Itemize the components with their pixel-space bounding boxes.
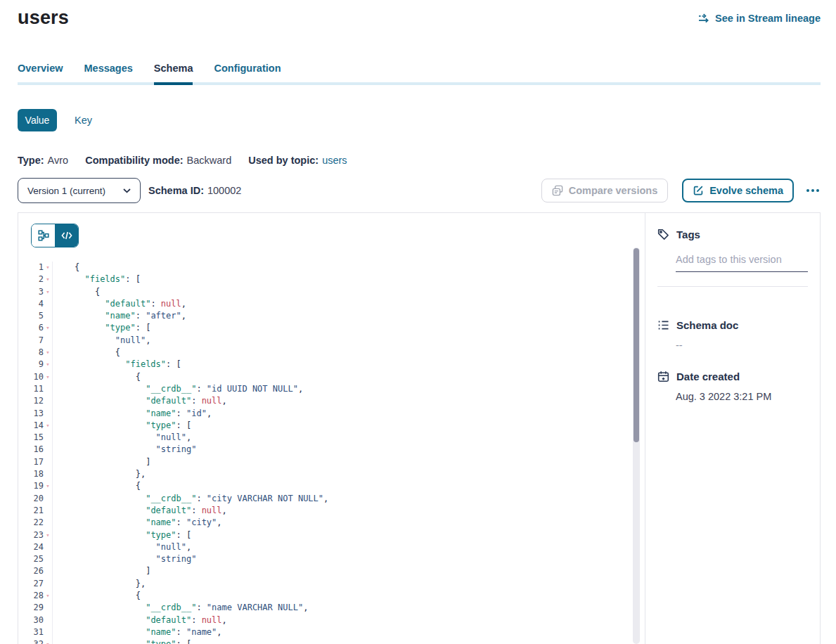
line-number: 18 [31,468,44,480]
code-line: 24 "null", [31,541,645,553]
date-created-section: Date created Aug. 3 2022 3:21 PM [657,371,808,402]
code-line: 16 "string" [31,444,645,456]
ellipsis-dot [806,189,809,192]
fold-arrow-icon[interactable]: ▾ [44,322,52,334]
schema-card: 1▾{2▾ "fields": [3▾ {4 "default": null,5… [18,212,821,644]
line-number: 30 [31,614,44,626]
code-text: { [52,347,120,359]
fold-arrow-icon[interactable]: ▾ [44,590,52,602]
tree-view-icon [38,230,49,241]
code-line: 17 ] [31,456,645,468]
top-bar: users See in Stream lineage [18,0,821,29]
fold-arrow-icon[interactable]: ▾ [44,529,52,541]
meta-type: Type: Avro [18,155,68,166]
compare-versions-button[interactable]: Compare versions [541,179,669,202]
code-line: 26 ] [31,565,645,577]
code-text: "__crdb__": "name VARCHAR NULL", [52,602,308,614]
topic-label: Used by topic: [248,155,319,166]
line-number: 32 [31,638,44,644]
fold-arrow-icon[interactable]: ▾ [44,359,52,371]
fold-arrow-icon[interactable]: ▾ [44,480,52,492]
tags-input[interactable] [676,254,808,265]
fold-arrow-icon [44,432,52,444]
compatibility-value: Backward [187,155,232,166]
schema-doc-value: -- [676,340,808,351]
code-text: "type": [ [52,322,150,334]
tags-input-wrap [676,253,808,272]
fold-arrow-icon[interactable]: ▾ [44,286,52,298]
fold-arrow-icon[interactable]: ▾ [44,262,52,273]
code-text: "null", [52,432,191,444]
code-view-icon [61,230,72,241]
fold-arrow-icon [44,298,52,310]
version-select[interactable]: Version 1 (current) [18,178,141,203]
compare-versions-label: Compare versions [569,185,658,196]
code-line: 29 "__crdb__": "name VARCHAR NULL", [31,602,645,614]
tab-bar: Overview Messages Schema Configuration [18,63,821,85]
line-number: 2 [31,273,44,285]
code-line: 6▾ "type": [ [31,322,645,334]
fold-arrow-icon [44,517,52,529]
code-line: 8▾ { [31,347,645,359]
code-text: "__crdb__": "id UUID NOT NULL", [52,383,303,395]
line-number: 15 [31,432,44,444]
key-button[interactable]: Key [75,115,92,126]
code-text: "name": "name", [52,626,222,638]
line-number: 17 [31,456,44,468]
code-text: { [52,262,79,273]
topic-link[interactable]: users [322,155,347,166]
tab-overview[interactable]: Overview [18,63,63,85]
tree-view-button[interactable] [32,224,55,247]
code-line: 31 "name": "name", [31,626,645,638]
fold-arrow-icon [44,408,52,420]
line-number: 8 [31,347,44,359]
stream-lineage-link[interactable]: See in Stream lineage [698,13,821,24]
code-text: "name": "id", [52,408,212,420]
code-line: 9▾ "fields": [ [31,359,645,371]
line-number: 20 [31,493,44,505]
tab-messages[interactable]: Messages [84,63,133,85]
fold-arrow-icon[interactable]: ▾ [44,347,52,359]
meta-compatibility: Compatibility mode: Backward [85,155,231,166]
tab-configuration[interactable]: Configuration [214,63,281,85]
code-line: 10▾ { [31,371,645,383]
code-line: 18 }, [31,468,645,480]
code-text: "type": [ [52,420,191,432]
code-view-button[interactable] [55,224,78,247]
code-text: }, [52,578,146,590]
line-number: 5 [31,310,44,322]
overflow-menu-button[interactable] [805,185,821,196]
version-select-value: Version 1 (current) [27,186,105,196]
code-line: 22 "name": "city", [31,517,645,529]
code-line: 15 "null", [31,432,645,444]
code-line: 25 "string" [31,553,645,565]
value-button[interactable]: Value [18,109,57,131]
line-number: 13 [31,408,44,420]
code-lines: 1▾{2▾ "fields": [3▾ {4 "default": null,5… [31,262,645,644]
code-line: 1▾{ [31,262,645,273]
line-number: 19 [31,480,44,492]
schema-doc-icon [657,319,669,331]
fold-arrow-icon [44,444,52,456]
editor-view-toggle [31,224,79,247]
code-line: 4 "default": null, [31,298,645,310]
editor-scrollbar-track[interactable] [633,247,640,644]
schema-id-label: Schema ID: [148,185,204,196]
fold-arrow-icon[interactable]: ▾ [44,371,52,383]
line-number: 12 [31,395,44,407]
fold-arrow-icon[interactable]: ▾ [44,273,52,285]
evolve-schema-button[interactable]: Evolve schema [682,179,794,202]
compare-versions-icon [552,185,563,196]
tab-schema[interactable]: Schema [154,63,193,85]
stream-lineage-label: See in Stream lineage [715,13,821,24]
fold-arrow-icon[interactable]: ▾ [44,638,52,644]
code-text: }, [52,468,146,480]
schema-id-value: 100002 [207,185,241,196]
editor-scrollbar-thumb[interactable] [634,248,639,442]
line-number: 27 [31,578,44,590]
fold-arrow-icon [44,456,52,468]
code-line: 27 }, [31,578,645,590]
tags-section-header: Tags [657,228,808,240]
fold-arrow-icon [44,565,52,577]
fold-arrow-icon[interactable]: ▾ [44,420,52,432]
